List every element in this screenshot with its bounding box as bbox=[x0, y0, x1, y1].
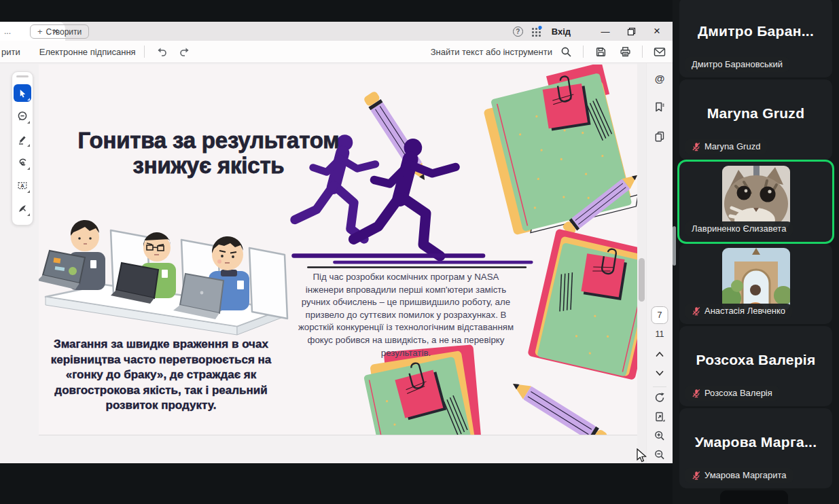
titlebar-right: ? Вхід — × bbox=[513, 22, 673, 41]
page-number-input[interactable]: 7 bbox=[651, 306, 668, 324]
fit-page-button[interactable] bbox=[654, 411, 666, 422]
esign-menu[interactable]: Електронне підписання bbox=[39, 47, 136, 57]
plus-icon: + bbox=[37, 26, 43, 37]
slide-title: Гонитва за результатом знижує якість bbox=[39, 128, 378, 179]
next-page-button[interactable] bbox=[656, 370, 664, 376]
zoom-out-button[interactable] bbox=[654, 449, 666, 461]
screen: ... × + Створити ? bbox=[0, 0, 839, 504]
pages-panel-icon[interactable] bbox=[654, 130, 666, 142]
pdf-page: Гонитва за результатом знижує якість Зма… bbox=[39, 65, 639, 435]
pdf-viewer-window: ... × + Створити ? bbox=[0, 22, 673, 463]
new-tab-button[interactable]: + Створити bbox=[30, 24, 89, 39]
mic-muted-icon bbox=[692, 471, 701, 480]
participant-tile[interactable]: Maryna Gruzd bbox=[679, 79, 832, 160]
participants-panel: Дмитро Баран... bbox=[673, 0, 839, 504]
signin-button[interactable]: Вхід bbox=[552, 26, 571, 37]
mouse-cursor bbox=[636, 448, 649, 463]
mic-muted-icon bbox=[692, 306, 701, 316]
mic-muted-icon bbox=[692, 389, 701, 398]
participant-video-cat bbox=[722, 166, 790, 228]
divider bbox=[653, 386, 666, 387]
rotate-page-button[interactable] bbox=[654, 392, 666, 403]
search-icon[interactable] bbox=[557, 43, 575, 60]
participant-tile[interactable]: Лавриненко Єлизавета bbox=[679, 162, 832, 242]
bookmarks-panel-icon[interactable] bbox=[654, 101, 666, 113]
minimize-button[interactable]: — bbox=[592, 22, 618, 41]
scrollbar-thumb[interactable] bbox=[639, 258, 645, 302]
mail-icon[interactable] bbox=[651, 43, 668, 60]
participant-tile[interactable]: Анастасія Левченко bbox=[679, 244, 832, 324]
panel-scrollbar-thumb[interactable] bbox=[673, 226, 676, 266]
draw-tool[interactable] bbox=[14, 154, 31, 171]
highlight-tool[interactable] bbox=[14, 130, 31, 148]
page-total-label: 11 bbox=[656, 329, 664, 339]
participant-tile[interactable]: Розсоха Валерія bbox=[679, 326, 832, 406]
print-icon[interactable] bbox=[616, 43, 634, 60]
save-icon[interactable] bbox=[592, 43, 609, 60]
tab-bar: ... × + Створити ? bbox=[0, 22, 673, 41]
participant-tile[interactable]: Дмитро Баран... bbox=[679, 0, 832, 77]
undo-button[interactable] bbox=[153, 43, 171, 60]
slide-right-paragraph: Під час розробки космічних програм у NAS… bbox=[295, 271, 517, 359]
notebook-right bbox=[527, 228, 639, 380]
mic-muted-icon bbox=[692, 142, 701, 151]
previous-page-button[interactable] bbox=[656, 351, 664, 357]
participant-tile-partial bbox=[720, 490, 788, 504]
new-tab-label: Створити bbox=[46, 27, 82, 37]
redo-button[interactable] bbox=[176, 43, 194, 60]
participant-tile[interactable]: Умарова Марга... bbox=[679, 408, 832, 488]
notebook-top-right bbox=[479, 65, 639, 236]
participant-name-label: Умарова Маргарита bbox=[685, 468, 793, 483]
participant-name-label: Розсоха Валерія bbox=[685, 386, 779, 401]
restore-button[interactable] bbox=[618, 22, 644, 41]
participant-name-label: Maryna Gruzd bbox=[685, 139, 767, 154]
palette-drag-handle[interactable] bbox=[16, 75, 29, 77]
viewer-content: Гонитва за результатом знижує якість Зма… bbox=[0, 63, 673, 463]
participant-name-label: Анастасія Левченко bbox=[685, 304, 792, 319]
participant-display-name: Дмитро Баран... bbox=[679, 23, 832, 39]
workers-illustration bbox=[39, 220, 287, 335]
zoom-in-button[interactable] bbox=[654, 430, 666, 442]
pencil-bottom-right bbox=[509, 377, 609, 435]
comment-tool[interactable] bbox=[14, 107, 31, 125]
apps-grid-icon[interactable] bbox=[531, 26, 542, 37]
divider bbox=[144, 46, 145, 58]
page-scrollbar[interactable] bbox=[637, 63, 646, 463]
right-rail: @ 7 11 bbox=[646, 63, 673, 463]
window-close-button[interactable]: × bbox=[644, 22, 670, 41]
text-box-tool[interactable]: A bbox=[14, 177, 31, 194]
select-tool[interactable] bbox=[14, 84, 31, 102]
app-toolbar: рити Електронне підписання Знайти текст … bbox=[0, 41, 673, 63]
comments-panel-icon[interactable]: @ bbox=[655, 73, 665, 84]
participant-display-name: Умарова Марга... bbox=[679, 434, 832, 450]
fill-sign-tool[interactable] bbox=[14, 200, 31, 217]
svg-text:A: A bbox=[20, 183, 24, 189]
participant-video-outdoor bbox=[722, 248, 790, 310]
divider bbox=[583, 46, 584, 58]
participant-name-label: Лавриненко Єлизавета bbox=[685, 221, 793, 236]
participants-list: Дмитро Баран... bbox=[679, 0, 832, 488]
open-menu-partial[interactable]: рити bbox=[1, 47, 20, 57]
divider bbox=[642, 46, 643, 58]
participant-name-label: Дмитро Барановський bbox=[685, 57, 789, 72]
participant-display-name: Розсоха Валерія bbox=[679, 352, 832, 368]
tool-palette: A bbox=[12, 71, 33, 226]
participant-display-name: Maryna Gruzd bbox=[679, 105, 832, 122]
slide-left-paragraph: Змагання за швидке враження в очах керів… bbox=[41, 337, 281, 414]
search-tools-label[interactable]: Знайти текст або інструменти bbox=[431, 47, 552, 57]
help-icon[interactable]: ? bbox=[513, 26, 523, 37]
